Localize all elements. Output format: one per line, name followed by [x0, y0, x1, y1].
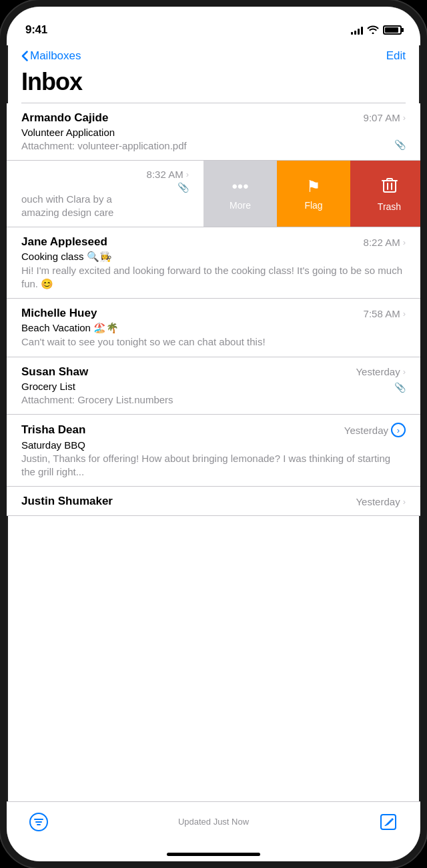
wifi-icon	[367, 25, 379, 36]
update-status: Updated Just Now	[178, 810, 249, 827]
phone-frame: 9:41 Mai	[0, 0, 427, 868]
battery-icon	[383, 25, 402, 35]
email-sender: Justin Shumaker	[21, 495, 113, 508]
status-icons	[351, 25, 402, 36]
table-row[interactable]: Susan Shaw Yesterday › Grocery List Atta…	[7, 357, 420, 415]
swiped-email-content: 8:32 AM › 📎 ouch with Clara by aamazing …	[7, 161, 203, 227]
flag-action-button[interactable]: ⚑ Flag	[277, 161, 350, 227]
chevron-right-icon: ›	[186, 169, 189, 179]
email-preview: Attachment: Grocery List.numbers	[21, 393, 173, 407]
thread-indicator: ›	[391, 423, 406, 437]
email-preview: Attachment: volunteer-application.pdf	[21, 139, 187, 153]
svg-rect-0	[384, 181, 396, 192]
email-subject: Saturday BBQ	[21, 439, 406, 451]
back-label: Mailboxes	[30, 49, 81, 63]
email-time: 8:32 AM ›	[147, 169, 189, 180]
more-action-button[interactable]: ••• More	[203, 161, 277, 227]
table-row[interactable]: Michelle Huey 7:58 AM › Beach Vacation 🏖…	[7, 299, 420, 357]
attachment-icon: 📎	[177, 182, 189, 193]
email-time: 8:22 AM ›	[364, 237, 406, 248]
email-list: Armando Cajide 9:07 AM › Volunteer Appli…	[7, 103, 420, 517]
email-time: Yesterday ›	[356, 366, 406, 377]
chevron-right-icon: ›	[403, 367, 406, 377]
filter-button[interactable]	[27, 810, 51, 834]
flag-icon: ⚑	[306, 177, 321, 196]
email-preview: Can't wait to see you tonight so we can …	[21, 335, 406, 349]
inbox-header: Inbox	[7, 65, 420, 103]
signal-icon	[351, 25, 363, 35]
trash-action-button[interactable]: Trash	[350, 161, 420, 227]
email-preview: ouch with Clara by aamazing design care	[21, 193, 189, 219]
status-bar: 9:41	[7, 7, 420, 45]
email-sender: Trisha Dean	[21, 423, 85, 437]
table-row[interactable]: Justin Shumaker Yesterday ›	[7, 487, 420, 516]
email-preview: Hi! I'm really excited and looking forwa…	[21, 264, 406, 290]
edit-button[interactable]: Edit	[386, 49, 406, 63]
email-preview: Justin, Thanks for offering! How about b…	[21, 452, 406, 478]
table-row[interactable]: Jane Appleseed 8:22 AM › Cooking class 🔍…	[7, 227, 420, 299]
email-sender: Susan Shaw	[21, 365, 88, 379]
attachment-icon: 📎	[394, 382, 406, 393]
email-subject: Cooking class 🔍👩‍🍳	[21, 251, 406, 263]
email-time: Yesterday ›	[356, 496, 406, 507]
email-sender: Jane Appleseed	[21, 235, 107, 249]
chevron-right-icon: ›	[403, 113, 406, 123]
email-subject: Volunteer Application	[21, 127, 406, 138]
page-title: Inbox	[21, 68, 406, 96]
chevron-right-icon: ›	[403, 309, 406, 319]
attachment-icon: 📎	[394, 139, 406, 150]
table-row[interactable]: Armando Cajide 9:07 AM › Volunteer Appli…	[7, 103, 420, 161]
home-indicator	[167, 853, 260, 856]
compose-button[interactable]	[376, 810, 400, 834]
chevron-right-icon: ›	[403, 237, 406, 247]
email-sender: Michelle Huey	[21, 307, 97, 320]
trash-label: Trash	[378, 201, 401, 212]
email-time: 7:58 AM ›	[364, 308, 406, 319]
nav-bar: Mailboxes Edit	[7, 45, 420, 65]
back-button[interactable]: Mailboxes	[21, 49, 81, 63]
flag-label: Flag	[304, 200, 322, 211]
email-subject: Beach Vacation 🏖️🌴	[21, 322, 406, 334]
email-time: 9:07 AM ›	[364, 112, 406, 123]
email-time: Yesterday ›	[344, 423, 406, 437]
table-row[interactable]: 8:32 AM › 📎 ouch with Clara by aamazing …	[7, 161, 420, 227]
ellipsis-icon: •••	[232, 177, 248, 196]
email-subject: Grocery List	[21, 381, 173, 392]
chevron-right-icon: ›	[403, 497, 406, 507]
more-label: More	[230, 200, 251, 211]
trash-icon	[382, 176, 398, 197]
swipe-actions: ••• More ⚑ Flag	[203, 161, 420, 227]
email-sender: Armando Cajide	[21, 111, 108, 125]
table-row[interactable]: Trisha Dean Yesterday › Saturday BBQ Jus…	[7, 415, 420, 487]
chevron-right-icon: ›	[397, 425, 400, 435]
status-time: 9:41	[25, 23, 47, 37]
